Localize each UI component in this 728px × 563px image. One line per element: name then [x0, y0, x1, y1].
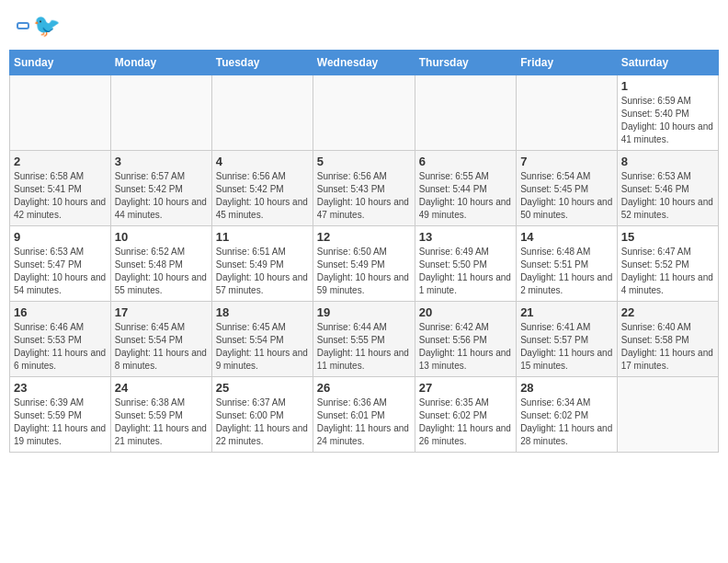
calendar-week-row: 23Sunrise: 6:39 AM Sunset: 5:59 PM Dayli… — [10, 377, 719, 453]
calendar-cell: 13Sunrise: 6:49 AM Sunset: 5:50 PM Dayli… — [415, 226, 516, 302]
calendar-cell: 16Sunrise: 6:46 AM Sunset: 5:53 PM Dayli… — [10, 302, 111, 377]
day-info: Sunrise: 6:45 AM Sunset: 5:54 PM Dayligh… — [115, 321, 208, 373]
day-info: Sunrise: 6:35 AM Sunset: 6:02 PM Dayligh… — [419, 396, 512, 448]
day-info: Sunrise: 6:51 AM Sunset: 5:49 PM Dayligh… — [216, 246, 309, 297]
calendar-week-row: 16Sunrise: 6:46 AM Sunset: 5:53 PM Dayli… — [10, 302, 719, 377]
logo-box — [17, 22, 29, 29]
day-number: 28 — [520, 381, 613, 395]
day-info: Sunrise: 6:50 AM Sunset: 5:49 PM Dayligh… — [317, 246, 411, 297]
calendar-cell: 4Sunrise: 6:56 AM Sunset: 5:42 PM Daylig… — [211, 151, 313, 226]
calendar-cell: 14Sunrise: 6:48 AM Sunset: 5:51 PM Dayli… — [517, 226, 618, 302]
day-info: Sunrise: 6:56 AM Sunset: 5:42 PM Dayligh… — [216, 170, 309, 222]
calendar-cell: 10Sunrise: 6:52 AM Sunset: 5:48 PM Dayli… — [110, 226, 211, 302]
day-number: 13 — [419, 230, 512, 244]
day-info: Sunrise: 6:45 AM Sunset: 5:54 PM Dayligh… — [216, 321, 309, 373]
day-info: Sunrise: 6:56 AM Sunset: 5:43 PM Dayligh… — [317, 170, 411, 222]
calendar-cell: 2Sunrise: 6:58 AM Sunset: 5:41 PM Daylig… — [10, 151, 111, 226]
calendar-cell: 8Sunrise: 6:53 AM Sunset: 5:46 PM Daylig… — [617, 151, 718, 226]
day-info: Sunrise: 6:54 AM Sunset: 5:45 PM Dayligh… — [520, 170, 613, 222]
day-number: 22 — [621, 305, 714, 319]
day-number: 20 — [419, 305, 512, 319]
calendar-cell: 7Sunrise: 6:54 AM Sunset: 5:45 PM Daylig… — [517, 151, 618, 226]
day-info: Sunrise: 6:39 AM Sunset: 5:59 PM Dayligh… — [14, 396, 107, 448]
day-info: Sunrise: 6:36 AM Sunset: 6:01 PM Dayligh… — [317, 396, 411, 448]
calendar-cell — [10, 75, 111, 151]
calendar-cell — [517, 75, 618, 151]
col-wednesday: Wednesday — [313, 51, 415, 75]
day-number: 14 — [520, 230, 613, 244]
calendar-week-row: 1Sunrise: 6:59 AM Sunset: 5:40 PM Daylig… — [10, 75, 719, 151]
day-number: 9 — [14, 230, 107, 244]
day-info: Sunrise: 6:53 AM Sunset: 5:47 PM Dayligh… — [14, 246, 107, 297]
day-number: 4 — [216, 155, 309, 168]
col-saturday: Saturday — [617, 51, 718, 75]
day-number: 25 — [216, 381, 309, 395]
day-info: Sunrise: 6:49 AM Sunset: 5:50 PM Dayligh… — [419, 246, 512, 297]
calendar-cell: 19Sunrise: 6:44 AM Sunset: 5:55 PM Dayli… — [313, 302, 415, 377]
calendar-cell: 23Sunrise: 6:39 AM Sunset: 5:59 PM Dayli… — [10, 377, 111, 453]
day-info: Sunrise: 6:42 AM Sunset: 5:56 PM Dayligh… — [419, 321, 512, 373]
day-info: Sunrise: 6:34 AM Sunset: 6:02 PM Dayligh… — [520, 396, 613, 448]
day-info: Sunrise: 6:38 AM Sunset: 5:59 PM Dayligh… — [115, 396, 208, 448]
logo-bird-icon: 🐦 — [33, 13, 61, 39]
calendar-cell — [211, 75, 313, 151]
calendar-cell — [415, 75, 516, 151]
day-number: 15 — [621, 230, 714, 244]
day-info: Sunrise: 6:37 AM Sunset: 6:00 PM Dayligh… — [216, 396, 309, 448]
day-info: Sunrise: 6:41 AM Sunset: 5:57 PM Dayligh… — [520, 321, 613, 373]
calendar-cell: 15Sunrise: 6:47 AM Sunset: 5:52 PM Dayli… — [617, 226, 718, 302]
calendar-cell: 20Sunrise: 6:42 AM Sunset: 5:56 PM Dayli… — [415, 302, 516, 377]
calendar-cell: 6Sunrise: 6:55 AM Sunset: 5:44 PM Daylig… — [415, 151, 516, 226]
day-info: Sunrise: 6:40 AM Sunset: 5:58 PM Dayligh… — [621, 321, 714, 373]
day-number: 26 — [317, 381, 411, 395]
col-friday: Friday — [517, 51, 618, 75]
day-number: 1 — [621, 79, 714, 93]
day-number: 2 — [14, 155, 107, 168]
day-info: Sunrise: 6:52 AM Sunset: 5:48 PM Dayligh… — [115, 246, 208, 297]
col-sunday: Sunday — [10, 51, 111, 75]
day-info: Sunrise: 6:58 AM Sunset: 5:41 PM Dayligh… — [14, 170, 107, 222]
day-number: 27 — [419, 381, 512, 395]
calendar-cell: 11Sunrise: 6:51 AM Sunset: 5:49 PM Dayli… — [211, 226, 313, 302]
calendar-cell — [313, 75, 415, 151]
day-info: Sunrise: 6:48 AM Sunset: 5:51 PM Dayligh… — [520, 246, 613, 297]
calendar-week-row: 2Sunrise: 6:58 AM Sunset: 5:41 PM Daylig… — [10, 151, 719, 226]
day-info: Sunrise: 6:53 AM Sunset: 5:46 PM Dayligh… — [621, 170, 714, 222]
calendar-table: Sunday Monday Tuesday Wednesday Thursday… — [9, 50, 719, 453]
day-number: 16 — [14, 305, 107, 319]
page-header: 🐦 — [9, 9, 719, 42]
calendar-cell: 3Sunrise: 6:57 AM Sunset: 5:42 PM Daylig… — [110, 151, 211, 226]
col-tuesday: Tuesday — [211, 51, 313, 75]
day-number: 3 — [115, 155, 208, 168]
logo: 🐦 — [17, 13, 61, 39]
day-number: 10 — [115, 230, 208, 244]
calendar-cell: 25Sunrise: 6:37 AM Sunset: 6:00 PM Dayli… — [211, 377, 313, 453]
calendar-cell: 9Sunrise: 6:53 AM Sunset: 5:47 PM Daylig… — [10, 226, 111, 302]
col-monday: Monday — [110, 51, 211, 75]
day-number: 17 — [115, 305, 208, 319]
day-number: 12 — [317, 230, 411, 244]
calendar-cell — [617, 377, 718, 453]
day-number: 8 — [621, 155, 714, 168]
calendar-cell: 28Sunrise: 6:34 AM Sunset: 6:02 PM Dayli… — [517, 377, 618, 453]
day-info: Sunrise: 6:57 AM Sunset: 5:42 PM Dayligh… — [115, 170, 208, 222]
day-info: Sunrise: 6:44 AM Sunset: 5:55 PM Dayligh… — [317, 321, 411, 373]
day-number: 18 — [216, 305, 309, 319]
calendar-cell: 1Sunrise: 6:59 AM Sunset: 5:40 PM Daylig… — [617, 75, 718, 151]
day-info: Sunrise: 6:47 AM Sunset: 5:52 PM Dayligh… — [621, 246, 714, 297]
day-number: 19 — [317, 305, 411, 319]
day-number: 23 — [14, 381, 107, 395]
day-number: 24 — [115, 381, 208, 395]
calendar-cell: 24Sunrise: 6:38 AM Sunset: 5:59 PM Dayli… — [110, 377, 211, 453]
day-number: 21 — [520, 305, 613, 319]
day-number: 5 — [317, 155, 411, 168]
calendar-cell: 22Sunrise: 6:40 AM Sunset: 5:58 PM Dayli… — [617, 302, 718, 377]
day-info: Sunrise: 6:55 AM Sunset: 5:44 PM Dayligh… — [419, 170, 512, 222]
day-info: Sunrise: 6:59 AM Sunset: 5:40 PM Dayligh… — [621, 95, 714, 146]
calendar-week-row: 9Sunrise: 6:53 AM Sunset: 5:47 PM Daylig… — [10, 226, 719, 302]
calendar-cell: 12Sunrise: 6:50 AM Sunset: 5:49 PM Dayli… — [313, 226, 415, 302]
calendar-cell: 26Sunrise: 6:36 AM Sunset: 6:01 PM Dayli… — [313, 377, 415, 453]
calendar-cell: 18Sunrise: 6:45 AM Sunset: 5:54 PM Dayli… — [211, 302, 313, 377]
calendar-header-row: Sunday Monday Tuesday Wednesday Thursday… — [10, 51, 719, 75]
calendar-cell: 5Sunrise: 6:56 AM Sunset: 5:43 PM Daylig… — [313, 151, 415, 226]
